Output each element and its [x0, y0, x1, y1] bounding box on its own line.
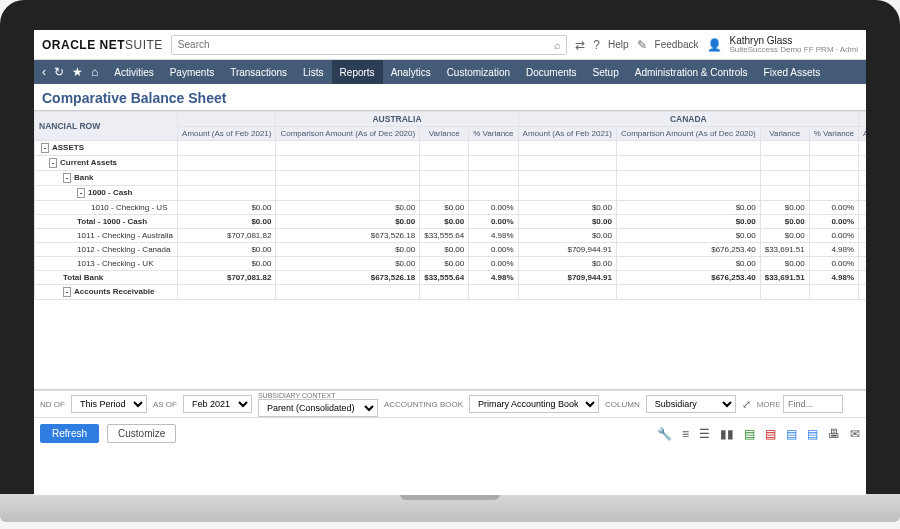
table-row[interactable]: 1013 - Checking - UK$0.00$0.00$0.000.00%… — [35, 257, 867, 271]
nav-item-fixed-assets[interactable]: Fixed Assets — [756, 60, 829, 84]
email-icon[interactable]: ✉ — [850, 427, 860, 441]
cell — [518, 156, 616, 171]
nav-item-transactions[interactable]: Transactions — [222, 60, 295, 84]
sub-context-label: SUBSIDIARY CONTEXT — [258, 392, 378, 399]
table-row[interactable]: 1011 - Checking - Australia$707,081.82$6… — [35, 229, 867, 243]
cell: $0.00 — [178, 201, 276, 215]
cell — [178, 156, 276, 171]
cell — [809, 171, 858, 186]
nav-recent-icon[interactable]: ↻ — [54, 65, 64, 79]
column-select[interactable]: Subsidiary — [646, 395, 736, 413]
cell: 0.00% — [809, 201, 858, 215]
help-link[interactable]: Help — [608, 39, 629, 50]
cell: 0.00% — [809, 229, 858, 243]
nav-home-icon[interactable]: ⌂ — [91, 65, 98, 79]
top-header-bar: ORACLE NETSUITE ⌕ ⇄ ? Help ✎ Feedback 👤 … — [34, 30, 866, 60]
table-row[interactable]: 1012 - Checking - Canada$0.00$0.00$0.000… — [35, 243, 867, 257]
cell — [420, 141, 469, 156]
user-icon[interactable]: 👤 — [707, 38, 722, 52]
nav-item-setup[interactable]: Setup — [585, 60, 627, 84]
row-label: 1013 - Checking - UK — [35, 257, 178, 271]
row-label: Total Bank — [35, 271, 178, 285]
global-search: ⌕ — [171, 35, 567, 55]
export-pdf-icon[interactable]: ▤ — [765, 427, 776, 441]
collapse-icon[interactable]: ≡ — [682, 427, 689, 441]
nav-item-reports[interactable]: Reports — [332, 60, 383, 84]
table-row[interactable]: Total - 1000 - Cash$0.00$0.00$0.000.00%$… — [35, 215, 867, 229]
expand-all-icon[interactable]: ☰ — [699, 427, 710, 441]
row-label: 1012 - Checking - Canada — [35, 243, 178, 257]
as-of-select[interactable]: Feb 2021 — [183, 395, 252, 413]
cell — [518, 186, 616, 201]
table-row[interactable]: -Bank — [35, 171, 867, 186]
chart-icon[interactable]: ▮▮ — [720, 427, 734, 441]
cell — [518, 285, 616, 300]
nav-utility-icons: ‹ ↻ ★ ⌂ — [34, 65, 106, 79]
feedback-icon[interactable]: ✎ — [637, 38, 647, 52]
find-input[interactable] — [783, 395, 843, 413]
nav-item-activities[interactable]: Activities — [106, 60, 161, 84]
report-table-scroll[interactable]: NANCIAL ROWAUSTRALIACANADAUNITED KINGDOM… — [34, 110, 866, 390]
row-label: -1000 - Cash — [35, 186, 178, 201]
cell: $707,081.82 — [178, 229, 276, 243]
table-row[interactable]: -ASSETS — [35, 141, 867, 156]
cell: $0.00 — [276, 201, 420, 215]
accounting-book-select[interactable]: Primary Accounting Book — [469, 395, 599, 413]
nav-item-analytics[interactable]: Analytics — [383, 60, 439, 84]
export-word-icon[interactable]: ▤ — [807, 427, 818, 441]
cell: $1,234,186.21 — [859, 257, 866, 271]
search-input[interactable] — [171, 35, 567, 55]
export-excel-icon[interactable]: ▤ — [744, 427, 755, 441]
table-row[interactable]: -Current Assets — [35, 156, 867, 171]
help-icon[interactable]: ? — [593, 38, 600, 52]
cell: 4.98% — [809, 243, 858, 257]
cell — [616, 186, 760, 201]
expand-icon[interactable]: ⤢ — [742, 398, 751, 411]
customize-button[interactable]: Customize — [107, 424, 176, 443]
cell — [760, 171, 809, 186]
cell — [276, 156, 420, 171]
nav-item-payments[interactable]: Payments — [162, 60, 222, 84]
cell — [859, 186, 866, 201]
feedback-link[interactable]: Feedback — [655, 39, 699, 50]
nav-item-documents[interactable]: Documents — [518, 60, 585, 84]
refresh-button[interactable]: Refresh — [40, 424, 99, 443]
nav-item-customization[interactable]: Customization — [439, 60, 518, 84]
share-icon[interactable]: ⇄ — [575, 38, 585, 52]
cell: $0.00 — [518, 201, 616, 215]
nav-item-administration-controls[interactable]: Administration & Controls — [627, 60, 756, 84]
cell: $33,555.64 — [420, 271, 469, 285]
cell — [469, 285, 518, 300]
cell: $0.00 — [616, 201, 760, 215]
cell: $673,526.18 — [276, 271, 420, 285]
search-icon[interactable]: ⌕ — [554, 39, 561, 51]
export-csv-icon[interactable]: ▤ — [786, 427, 797, 441]
user-block[interactable]: Kathryn Glass SuiteSuccess Demo FF PRM ·… — [730, 36, 858, 54]
cell: $33,555.64 — [420, 229, 469, 243]
cell: $709,944.91 — [518, 271, 616, 285]
cell — [469, 186, 518, 201]
balance-sheet-table: NANCIAL ROWAUSTRALIACANADAUNITED KINGDOM… — [34, 111, 866, 300]
cell: $0.00 — [178, 257, 276, 271]
nd-of-select[interactable]: This Period — [71, 395, 147, 413]
cell — [178, 285, 276, 300]
wrench-icon[interactable]: 🔧 — [657, 427, 672, 441]
table-row[interactable]: -Accounts Receivable — [35, 285, 867, 300]
cell: $0.00 — [859, 215, 866, 229]
table-row[interactable]: Total Bank$707,081.82$673,526.18$33,555.… — [35, 271, 867, 285]
sub-context-select[interactable]: Parent (Consolidated) — [258, 399, 378, 417]
cell — [859, 171, 866, 186]
more-label: MORE — [757, 400, 781, 409]
cell — [178, 141, 276, 156]
nav-star-icon[interactable]: ★ — [72, 65, 83, 79]
nav-back-icon[interactable]: ‹ — [42, 65, 46, 79]
table-row[interactable]: 1010 - Checking - US$0.00$0.00$0.000.00%… — [35, 201, 867, 215]
cell: $0.00 — [616, 215, 760, 229]
print-icon[interactable]: 🖶 — [828, 427, 840, 441]
cell: $0.00 — [859, 201, 866, 215]
row-label: Total - 1000 - Cash — [35, 215, 178, 229]
cell — [469, 141, 518, 156]
nav-item-lists[interactable]: Lists — [295, 60, 332, 84]
table-row[interactable]: -1000 - Cash — [35, 186, 867, 201]
as-of-label: AS OF — [153, 400, 177, 409]
